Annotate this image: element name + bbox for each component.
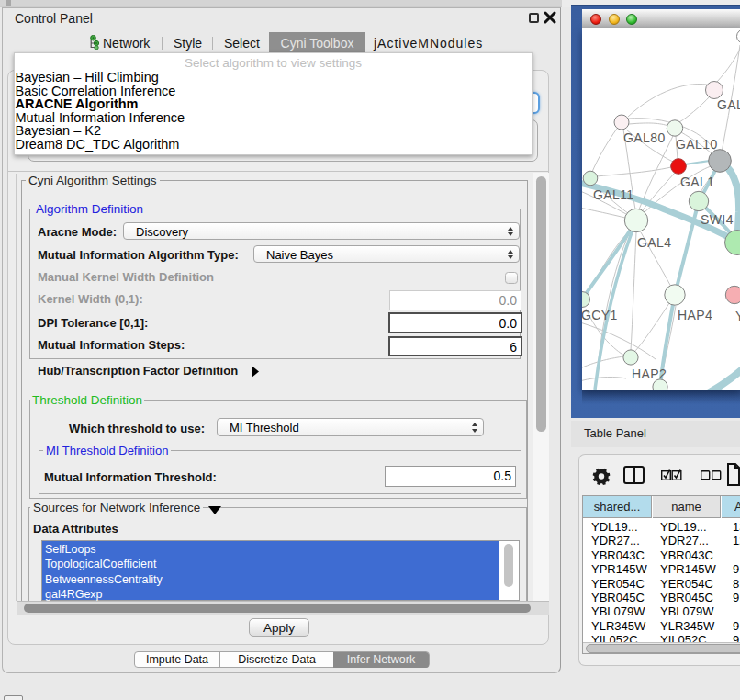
svg-text:GAL11: GAL11	[593, 187, 634, 202]
svg-text:SWI4: SWI4	[701, 212, 734, 227]
svg-text:GAL80: GAL80	[623, 130, 666, 145]
svg-text:HAP2: HAP2	[632, 367, 667, 381]
svg-text:GCY1: GCY1	[582, 308, 618, 322]
svg-text:HAP4: HAP4	[678, 308, 712, 322]
svg-text:GAL10: GAL10	[676, 137, 718, 152]
svg-text:GAL: GAL	[717, 97, 740, 112]
svg-text:GAL1: GAL1	[680, 175, 714, 189]
svg-text:Y: Y	[735, 309, 740, 323]
svg-text:GAL4: GAL4	[637, 235, 671, 250]
